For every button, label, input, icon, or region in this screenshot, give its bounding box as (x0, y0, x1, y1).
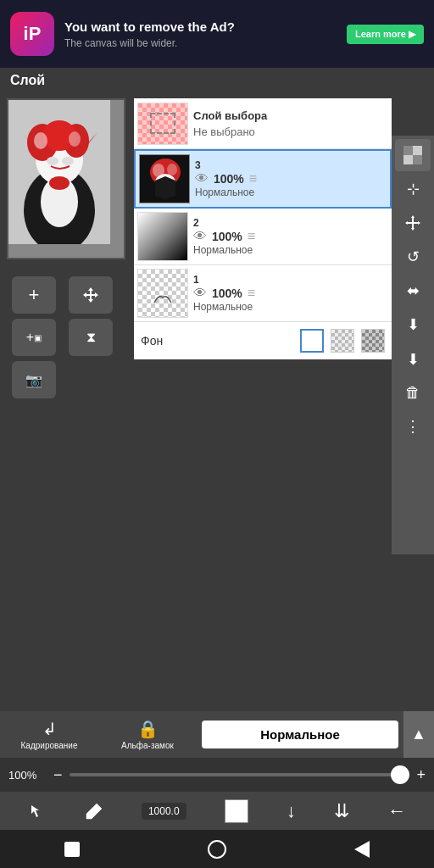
expand-button[interactable]: ▲ (403, 711, 434, 758)
add-adjustment-button[interactable]: +▣ (12, 319, 56, 356)
nav-circle-icon (208, 840, 226, 859)
layer-3-info: 3 👁 100% ≡ Нормальное (195, 159, 387, 198)
layer-2-visibility-icon[interactable]: 👁 (193, 229, 207, 244)
right-sidebar: ⊹ ↺ ⬌ ⬇ ⬆ 🗑 ⋮ (392, 136, 434, 554)
layer-1-number: 1 (193, 274, 388, 286)
layer-1-controls: 👁 100% ≡ (193, 286, 388, 301)
selection-info: Слой выбора Не выбрано (193, 109, 388, 138)
alpha-lock-button[interactable]: 🔒 Альфа-замок (98, 715, 197, 754)
layer-action-buttons: + +▣ ⧗ 📷 (7, 271, 125, 403)
ad-app-icon: iP (10, 12, 54, 56)
sidebar-move-icon[interactable] (395, 207, 431, 239)
layer-move-button[interactable] (69, 276, 113, 314)
artwork-thumbnail (7, 98, 125, 259)
layer-2-opacity: 100% (212, 230, 242, 243)
ad-subtitle: The canvas will be wider. (64, 37, 337, 49)
layer-2-thumbnail (137, 212, 188, 261)
layer-3-mode: Нормальное (195, 186, 387, 198)
layer-1-info: 1 👁 100% ≡ Нормальное (193, 274, 388, 313)
camera-button[interactable]: 📷 (12, 361, 56, 398)
tools-bar: 1000.0 ↓ ⇊ ← (0, 792, 434, 830)
ad-text-content: You want to remove the Ad? The canvas wi… (64, 19, 337, 49)
sidebar-transform-icon[interactable]: ⊹ (395, 173, 431, 205)
svg-point-11 (49, 176, 70, 190)
bottom-toolbar: ↲ Кадрирование 🔒 Альфа-замок Нормальное … (0, 711, 434, 758)
layer-3-thumbnail (139, 154, 190, 203)
navigation-bar (0, 830, 434, 868)
layer-1-item[interactable]: 1 👁 100% ≡ Нормальное (134, 265, 392, 322)
blend-mode-button[interactable]: Нормальное (202, 721, 398, 748)
zoom-level: 100% (8, 769, 47, 782)
layer-1-menu-icon[interactable]: ≡ (248, 286, 255, 301)
selection-thumbnail (137, 103, 188, 145)
layer-2-number: 2 (193, 217, 388, 229)
zoom-minus-button[interactable]: − (53, 766, 63, 784)
layer-3-opacity: 100% (214, 172, 244, 186)
layer-2-mode: Нормальное (193, 244, 388, 256)
layer-panel-header: Слой (0, 68, 434, 93)
selection-layer-status: Не выбрано (193, 125, 388, 138)
selection-layer[interactable]: Слой выбора Не выбрано (134, 98, 392, 149)
svg-point-15 (167, 164, 177, 175)
crop-icon: ↲ (42, 719, 57, 739)
background-checker-option[interactable] (361, 329, 385, 353)
layer-3-item[interactable]: 3 👁 100% ≡ Нормальное (134, 149, 392, 209)
down-arrow-button[interactable]: ↓ (287, 800, 296, 822)
sidebar-stamp-icon[interactable]: ⬆ (395, 342, 431, 375)
zoom-bar: 100% − + (0, 758, 434, 792)
zoom-plus-button[interactable]: + (416, 766, 426, 784)
nav-triangle-icon (354, 841, 370, 858)
crop-label: Кадрирование (21, 741, 78, 750)
sidebar-delete-icon[interactable]: 🗑 (395, 376, 431, 409)
layer-2-info: 2 👁 100% ≡ Нормальное (193, 217, 388, 256)
svg-rect-18 (413, 155, 422, 164)
lock-icon: 🔒 (137, 719, 159, 739)
double-down-button[interactable]: ⇊ (334, 800, 349, 822)
layer-panel: Слой (0, 68, 434, 711)
zoom-slider[interactable] (70, 773, 410, 776)
color-swatch[interactable] (225, 799, 248, 823)
layer-2-controls: 👁 100% ≡ (193, 229, 388, 244)
brush-size-display: 1000.0 (142, 803, 186, 820)
layer-list: Слой выбора Не выбрано 3 👁 (134, 98, 392, 359)
nav-home-icon (64, 842, 80, 857)
ad-banner[interactable]: iP You want to remove the Ad? The canvas… (0, 0, 434, 68)
layer-3-number: 3 (195, 159, 387, 171)
nav-circle-button[interactable] (200, 832, 234, 866)
sidebar-merge-down-icon[interactable]: ⬇ (395, 309, 431, 341)
back-button[interactable]: ← (387, 800, 406, 822)
layer-2-menu-icon[interactable]: ≡ (248, 229, 255, 244)
sidebar-rotate-icon[interactable]: ↺ (395, 241, 431, 273)
learn-more-button[interactable]: Learn more ▶ (347, 25, 424, 44)
layer-2-item[interactable]: 2 👁 100% ≡ Нормальное (134, 209, 392, 265)
background-white-option[interactable] (300, 329, 324, 353)
sidebar-more-icon[interactable]: ⋮ (395, 410, 431, 442)
layer-1-mode: Нормальное (193, 301, 388, 313)
selection-layer-title: Слой выбора (193, 109, 388, 122)
layer-1-opacity: 100% (212, 287, 242, 300)
layer-3-visibility-icon[interactable]: 👁 (195, 171, 209, 186)
background-row: Фон (134, 322, 392, 359)
background-label: Фон (141, 334, 293, 348)
selection-dashed-box (150, 113, 175, 134)
crop-button[interactable]: ↲ Кадрирование (0, 715, 98, 754)
layer-1-visibility-icon[interactable]: 👁 (193, 286, 207, 301)
svg-rect-20 (403, 155, 413, 164)
svg-rect-19 (413, 146, 422, 155)
nav-square-button[interactable] (55, 832, 89, 866)
svg-point-7 (34, 132, 47, 149)
sidebar-checker-icon[interactable] (395, 139, 431, 171)
alpha-label: Альфа-замок (121, 741, 174, 750)
add-layer-button[interactable]: + (12, 276, 56, 314)
selection-tool-button[interactable] (28, 802, 47, 821)
svg-rect-17 (403, 146, 413, 155)
background-gray-option[interactable] (331, 329, 354, 353)
layer-1-thumbnail (137, 269, 188, 318)
layer-3-menu-icon[interactable]: ≡ (249, 171, 257, 186)
ad-title: You want to remove the Ad? (64, 19, 337, 36)
nav-back-button[interactable] (345, 832, 379, 866)
sidebar-flip-icon[interactable]: ⬌ (395, 275, 431, 307)
stamp-button[interactable]: ⧗ (69, 319, 113, 356)
svg-point-8 (69, 131, 81, 147)
brush-tool-button[interactable] (85, 802, 103, 821)
